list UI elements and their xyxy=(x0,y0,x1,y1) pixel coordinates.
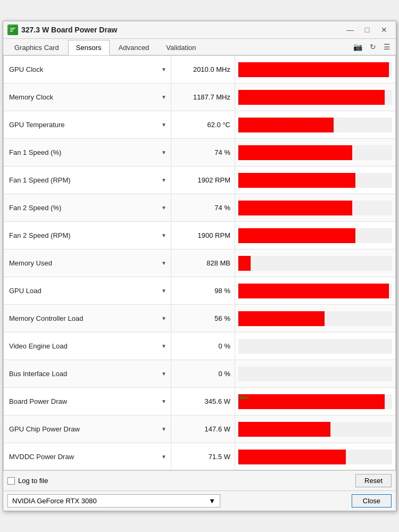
log-to-file-checkbox[interactable] xyxy=(7,477,15,485)
window-icon xyxy=(7,24,18,35)
sensor-bar-cell: MAX xyxy=(235,388,395,415)
sensor-name-cell: Fan 1 Speed (RPM)▼ xyxy=(4,167,171,194)
sensor-row: GPU Temperature▼62.0 °C xyxy=(4,111,395,139)
sensor-bar-bg xyxy=(238,256,392,271)
sensor-bar-bg xyxy=(238,311,392,326)
sensor-value-cell: 345.6 W xyxy=(171,388,235,415)
sensor-bar-cell xyxy=(235,443,395,470)
sensor-name-cell: GPU Temperature▼ xyxy=(4,111,171,138)
sensor-dropdown-arrow[interactable]: ▼ xyxy=(161,454,167,460)
sensor-value-cell: 0 % xyxy=(171,360,235,387)
sensor-dropdown-arrow[interactable]: ▼ xyxy=(161,94,167,100)
log-to-file-label: Log to file xyxy=(18,477,48,485)
sensor-dropdown-arrow[interactable]: ▼ xyxy=(161,122,167,128)
gpu-name: NVIDIA GeForce RTX 3080 xyxy=(12,497,97,505)
reset-button[interactable]: Reset xyxy=(355,474,392,487)
tab-advanced[interactable]: Advanced xyxy=(111,40,157,55)
sensor-bar-fill xyxy=(238,422,330,437)
sensor-row: GPU Clock▼2010.0 MHz xyxy=(4,56,395,84)
tab-graphics-card[interactable]: Graphics Card xyxy=(6,40,67,55)
main-window: 327.3 W Board Power Draw — □ ✕ Graphics … xyxy=(3,21,396,511)
sensor-bar-fill xyxy=(238,450,346,464)
sensor-list: GPU Clock▼2010.0 MHzMemory Clock▼1187.7 … xyxy=(4,56,395,470)
sensor-bar-fill xyxy=(238,256,251,271)
sensor-label: GPU Load xyxy=(9,287,41,295)
sensor-label: Memory Clock xyxy=(9,93,53,101)
sensor-row: Memory Clock▼1187.7 MHz xyxy=(4,84,395,111)
sensor-bar-noise xyxy=(238,311,325,326)
sensor-dropdown-arrow[interactable]: ▼ xyxy=(161,205,167,211)
sensor-name-cell: Board Power Draw▼ xyxy=(4,388,171,415)
sensor-dropdown-arrow[interactable]: ▼ xyxy=(161,426,167,432)
sensor-bar-cell xyxy=(235,415,395,443)
sensor-label: Memory Used xyxy=(9,259,52,267)
sensor-row: Bus Interface Load▼0 % xyxy=(4,360,395,388)
sensor-value-cell: 1187.7 MHz xyxy=(171,84,235,111)
gpu-selector[interactable]: NVIDIA GeForce RTX 3080 ▼ xyxy=(7,494,220,508)
sensor-label: Fan 1 Speed (%) xyxy=(9,148,61,156)
sensor-bar-cell xyxy=(235,111,395,138)
sensor-name-cell: Memory Used▼ xyxy=(4,250,171,277)
tab-validation[interactable]: Validation xyxy=(158,40,204,55)
sensor-bar-fill xyxy=(238,284,389,298)
sensor-dropdown-arrow[interactable]: ▼ xyxy=(161,232,167,238)
sensor-bar-bg xyxy=(238,90,392,105)
tab-bar-left: Graphics Card Sensors Advanced Validatio… xyxy=(6,39,205,55)
menu-button[interactable]: ☰ xyxy=(381,41,393,52)
sensor-row: Fan 1 Speed (RPM)▼1902 RPM xyxy=(4,167,395,194)
sensor-bar-cell xyxy=(235,222,395,249)
sensor-dropdown-arrow[interactable]: ▼ xyxy=(161,288,167,294)
tab-sensors[interactable]: Sensors xyxy=(68,40,110,55)
sensor-name-cell: Memory Clock▼ xyxy=(4,84,171,111)
gpu-selector-arrow: ▼ xyxy=(209,497,215,505)
sensor-dropdown-arrow[interactable]: ▼ xyxy=(161,371,167,377)
sensor-value-cell: 147.6 W xyxy=(171,415,235,443)
sensor-row: Memory Used▼828 MB xyxy=(4,250,395,277)
tab-bar-right: 📷 ↻ ☰ xyxy=(351,41,393,52)
sensor-bar-bg xyxy=(238,62,392,77)
sensor-name-cell: GPU Load▼ xyxy=(4,277,171,304)
sensor-row: GPU Load▼98 % xyxy=(4,277,395,305)
sensor-row: Board Power Draw▼345.6 WMAX xyxy=(4,388,395,415)
minimize-button[interactable]: — xyxy=(343,24,358,35)
sensor-name-cell: Fan 2 Speed (%)▼ xyxy=(4,194,171,221)
camera-button[interactable]: 📷 xyxy=(351,41,364,52)
sensor-bar-bg xyxy=(238,367,392,381)
sensor-value-cell: 0 % xyxy=(171,332,235,360)
sensor-dropdown-arrow[interactable]: ▼ xyxy=(161,343,167,349)
sensor-bar-bg xyxy=(238,228,392,243)
sensor-dropdown-arrow[interactable]: ▼ xyxy=(161,177,167,183)
window-title: 327.3 W Board Power Draw xyxy=(21,26,118,34)
sensor-value-cell: 56 % xyxy=(171,305,235,332)
sensor-bar-fill xyxy=(238,145,352,160)
sensor-name-cell: Fan 1 Speed (%)▼ xyxy=(4,139,171,166)
maximize-button[interactable]: □ xyxy=(360,24,375,35)
sensor-name-cell: Video Engine Load▼ xyxy=(4,332,171,360)
close-button[interactable]: Close xyxy=(352,494,392,508)
sensor-dropdown-arrow[interactable]: ▼ xyxy=(161,66,167,72)
sensor-dropdown-arrow[interactable]: ▼ xyxy=(161,149,167,155)
sensor-dropdown-arrow[interactable]: ▼ xyxy=(161,315,167,321)
content-area: GPU Clock▼2010.0 MHzMemory Clock▼1187.7 … xyxy=(3,55,396,470)
sensor-bar-bg: MAX xyxy=(238,394,392,409)
sensor-label: GPU Clock xyxy=(9,65,43,73)
sensor-bar-fill xyxy=(238,173,355,188)
refresh-button[interactable]: ↻ xyxy=(368,41,378,52)
sensor-value-cell: 1900 RPM xyxy=(171,222,235,249)
sensor-row: Memory Controller Load▼56 % xyxy=(4,305,395,332)
sensor-name-cell: GPU Chip Power Draw▼ xyxy=(4,415,171,443)
sensor-name-cell: MVDDC Power Draw▼ xyxy=(4,443,171,470)
sensor-label: GPU Chip Power Draw xyxy=(9,425,80,433)
sensor-bar-noise xyxy=(238,394,385,409)
sensor-value-cell: 98 % xyxy=(171,277,235,304)
max-badge: MAX xyxy=(239,395,249,400)
sensor-bar-bg xyxy=(238,422,392,437)
sensor-value-cell: 1902 RPM xyxy=(171,167,235,194)
sensor-bar-fill xyxy=(238,62,389,77)
sensor-dropdown-arrow[interactable]: ▼ xyxy=(161,398,167,404)
sensor-label: MVDDC Power Draw xyxy=(9,453,74,461)
sensor-value-cell: 828 MB xyxy=(171,250,235,277)
close-window-button[interactable]: ✕ xyxy=(377,24,392,35)
sensor-bar-cell xyxy=(235,332,395,360)
sensor-dropdown-arrow[interactable]: ▼ xyxy=(161,260,167,266)
